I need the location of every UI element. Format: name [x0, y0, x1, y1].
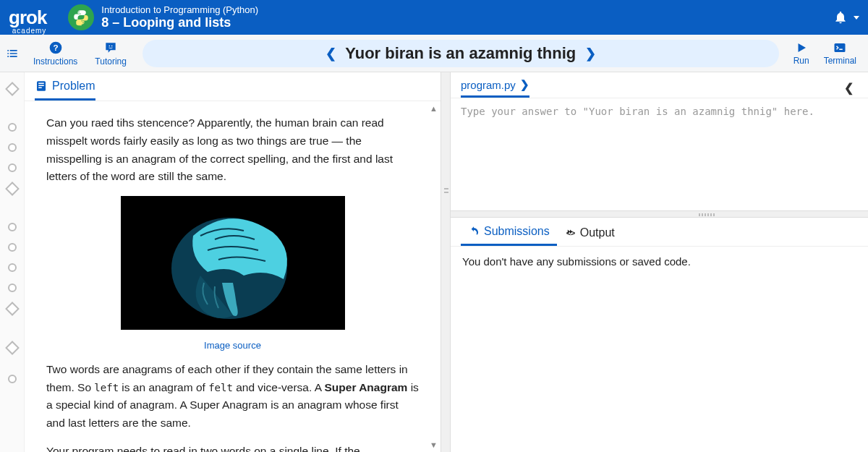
lesson-title: 8 – Looping and lists — [101, 15, 258, 30]
progress-sidebar — [0, 72, 25, 452]
next-slide-button[interactable]: ❯ — [576, 46, 605, 61]
python-badge-icon — [68, 4, 94, 30]
progress-dot[interactable] — [8, 163, 17, 172]
progress-dot[interactable] — [8, 263, 17, 272]
file-tab-label: program.py — [461, 79, 516, 91]
output-tab[interactable]: <> Output — [557, 226, 622, 245]
scroll-up-icon[interactable]: ▲ — [430, 104, 438, 113]
run-button[interactable]: Run — [786, 41, 817, 66]
course-title: Introduction to Programming (Python) — [101, 4, 258, 15]
file-tab-program[interactable]: program.py ❯ — [461, 78, 529, 98]
submissions-body: You don't have any submissions or saved … — [451, 247, 868, 276]
outline-toggle-icon[interactable] — [0, 35, 25, 72]
svg-text:<>: <> — [566, 229, 574, 237]
svg-rect-4 — [835, 43, 846, 52]
horizontal-resize-handle[interactable] — [451, 210, 868, 218]
toolbar: ? Instructions Tutoring ❮ Yuor biran is … — [0, 35, 868, 72]
problem-paragraph: Two words are anagrams of each other if … — [46, 361, 419, 432]
svg-text:?: ? — [53, 43, 58, 52]
submissions-empty-message: You don't have any submissions or saved … — [462, 255, 691, 268]
bold-super-anagram: Super Anagram — [325, 381, 408, 393]
scroll-down-icon[interactable]: ▼ — [430, 440, 438, 449]
image-source-link[interactable]: Image source — [46, 338, 419, 354]
problem-tab-label: Problem — [52, 80, 95, 93]
progress-dot[interactable] — [8, 243, 17, 252]
run-label: Run — [793, 56, 809, 66]
terminal-label: Terminal — [824, 56, 856, 66]
submissions-tab-label: Submissions — [484, 225, 550, 238]
top-header: grok academy Introduction to Programming… — [0, 0, 868, 35]
progress-dot[interactable] — [8, 143, 17, 152]
main: Problem ▲ Can you raed tihs stencence? A… — [0, 72, 868, 452]
right-panel: program.py ❯ ❮ Type your answer to "Yuor… — [451, 72, 868, 452]
editor-placeholder: Type your answer to "Yuor biran is an az… — [461, 106, 814, 117]
bottom-tabs: Submissions <> Output — [451, 218, 868, 247]
notifications-dropdown-icon[interactable] — [854, 16, 859, 20]
problem-tabs: Problem — [25, 72, 441, 101]
file-tab-chevron-icon[interactable]: ❯ — [520, 78, 529, 91]
output-tab-label: Output — [580, 226, 615, 239]
logo-subtext: academy — [12, 27, 47, 35]
terminal-button[interactable]: Terminal — [817, 41, 864, 66]
slide-title: Yuor biran is an azamnig thnig — [345, 44, 576, 63]
progress-dot[interactable] — [8, 223, 17, 231]
instructions-button[interactable]: ? Instructions — [25, 40, 86, 67]
tutoring-button[interactable]: Tutoring — [86, 40, 135, 67]
brain-figure: Image source — [46, 196, 419, 354]
progress-dot[interactable] — [8, 283, 17, 292]
progress-diamond[interactable] — [5, 182, 20, 196]
problem-panel: Problem ▲ Can you raed tihs stencence? A… — [25, 72, 441, 452]
tutoring-label: Tutoring — [95, 56, 127, 67]
code-felt: felt — [208, 382, 233, 393]
code-left: left — [94, 382, 119, 393]
submissions-tab[interactable]: Submissions — [461, 225, 557, 246]
progress-dot[interactable] — [8, 123, 17, 132]
brain-image — [121, 196, 345, 330]
logo-text: grok — [9, 7, 46, 28]
course-info: Introduction to Programming (Python) 8 –… — [101, 4, 258, 30]
problem-paragraph: Can you raed tihs stencence? Apparently,… — [46, 114, 419, 186]
vertical-resize-handle[interactable] — [441, 72, 451, 452]
problem-paragraph: Your program needs to read in two words … — [46, 443, 419, 452]
collapse-editor-icon[interactable]: ❮ — [840, 81, 858, 95]
svg-point-2 — [109, 45, 111, 46]
instructions-label: Instructions — [33, 56, 77, 67]
vertical-grip-icon[interactable] — [446, 218, 451, 246]
progress-diamond[interactable] — [5, 82, 20, 96]
progress-diamond[interactable] — [5, 302, 20, 316]
logo[interactable]: grok academy — [9, 7, 46, 29]
progress-diamond[interactable] — [5, 341, 20, 355]
slide-nav: ❮ Yuor biran is an azamnig thnig ❯ — [142, 40, 779, 67]
problem-tab[interactable]: Problem — [35, 80, 95, 101]
progress-dot[interactable] — [8, 375, 17, 383]
bell-icon[interactable] — [833, 10, 848, 25]
code-editor[interactable]: Type your answer to "Yuor biran is an az… — [451, 98, 868, 210]
prev-slide-button[interactable]: ❮ — [316, 46, 345, 61]
svg-point-3 — [111, 45, 113, 46]
file-tabs: program.py ❯ ❮ — [451, 72, 868, 98]
problem-body[interactable]: Can you raed tihs stencence? Apparently,… — [25, 101, 441, 452]
